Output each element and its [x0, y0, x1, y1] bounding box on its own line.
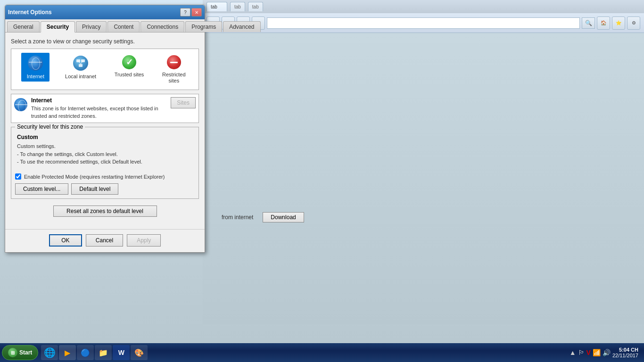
reset-zones-row: Reset all zones to default level: [11, 202, 199, 221]
tab-privacy[interactable]: Privacy: [76, 21, 107, 32]
tab-advanced[interactable]: Advanced: [223, 21, 260, 32]
zone-trusted-sites-label: Trusted sites: [115, 72, 144, 78]
zone-local-intranet-label: Local intranet: [65, 74, 96, 80]
taskbar-apps: 🌐 ▶ 🔵 📁 W 🎨: [41, 345, 148, 360]
zone-trusted-sites[interactable]: ✓ Trusted sites: [112, 53, 147, 80]
clock-date: 22/11/2017: [612, 353, 638, 358]
protected-mode-row: Enable Protected Mode (requires restarti…: [15, 173, 195, 180]
zone-info: Internet This zone is for Internet websi…: [11, 94, 199, 123]
dialog-overlay: Internet Options ? ✕ General Security Pr…: [0, 0, 644, 343]
help-button[interactable]: ?: [180, 8, 190, 16]
apply-button[interactable]: Apply: [127, 234, 161, 247]
windows-orb: ⊞: [8, 348, 17, 357]
taskbar-explorer[interactable]: 📁: [95, 345, 112, 360]
zone-info-desc: This zone is for Internet websites, exce…: [31, 105, 167, 120]
taskbar: ⊞ Start 🌐 ▶ 🔵 📁 W 🎨 ▲ 🏳 V 📶 🔊 5:04 CH 2: [0, 343, 644, 362]
protected-mode-label[interactable]: Enable Protected Mode (requires restarti…: [24, 174, 165, 180]
taskbar-right: ▲ 🏳 V 📶 🔊 5:04 CH 22/11/2017: [570, 347, 642, 358]
custom-desc-1: Custom settings.: [17, 142, 193, 150]
taskbar-media[interactable]: ▶: [59, 345, 76, 360]
ok-button[interactable]: OK: [49, 234, 82, 247]
sites-button[interactable]: Sites: [171, 97, 196, 108]
tray-sound[interactable]: 🔊: [603, 349, 611, 356]
custom-level-button[interactable]: Custom level...: [15, 183, 68, 195]
security-level-legend: Security level for this zone: [15, 123, 85, 130]
tab-programs[interactable]: Programs: [185, 21, 222, 32]
zone-info-icon: [14, 98, 27, 111]
clock-time: 5:04 CH: [619, 347, 638, 353]
custom-title: Custom: [17, 134, 193, 140]
internet-icon: [27, 55, 44, 72]
dialog-body: Select a zone to view or change security…: [5, 33, 205, 229]
zone-restricted-sites[interactable]: — Restrictedsites: [159, 53, 189, 86]
zone-info-text: Internet This zone is for Internet websi…: [31, 97, 167, 120]
tab-connections[interactable]: Connections: [140, 21, 184, 32]
dialog-titlebar: Internet Options ? ✕: [5, 5, 205, 19]
taskbar-ie[interactable]: 🌐: [41, 345, 58, 360]
start-label: Start: [19, 349, 32, 356]
trusted-sites-icon: ✓: [122, 55, 137, 70]
tray-v[interactable]: V: [586, 349, 591, 356]
tab-security[interactable]: Security: [41, 21, 75, 33]
dialog-tabs: General Security Privacy Content Connect…: [5, 19, 205, 33]
taskbar-paint[interactable]: 🎨: [131, 345, 148, 360]
internet-options-dialog: Internet Options ? ✕ General Security Pr…: [5, 5, 205, 253]
taskbar-clock[interactable]: 5:04 CH 22/11/2017: [612, 347, 638, 358]
dialog-title: Internet Options: [8, 9, 52, 16]
tray-arrow[interactable]: ▲: [570, 349, 576, 356]
zone-internet-label: Internet: [27, 74, 44, 80]
local-intranet-icon: [72, 55, 89, 72]
protected-mode-checkbox[interactable]: [15, 173, 21, 180]
cancel-button[interactable]: Cancel: [86, 234, 123, 247]
dialog-controls: ? ✕: [180, 8, 202, 16]
tray-flag[interactable]: 🏳: [578, 349, 585, 356]
zone-restricted-sites-label: Restrictedsites: [162, 72, 186, 84]
tab-content[interactable]: Content: [107, 21, 140, 32]
svg-rect-2: [79, 64, 83, 67]
default-level-button[interactable]: Default level: [71, 183, 118, 195]
custom-desc-3: - To use the recommended settings, click…: [17, 158, 193, 166]
zone-info-name: Internet: [31, 97, 167, 104]
tray-network[interactable]: 📶: [593, 349, 601, 356]
restricted-sites-icon: —: [166, 55, 182, 70]
zone-local-intranet[interactable]: Local intranet: [62, 53, 99, 82]
level-buttons: Custom level... Default level: [15, 183, 195, 195]
tab-general[interactable]: General: [7, 21, 40, 32]
security-level-content: Custom Custom settings. - To change the …: [15, 132, 195, 170]
security-level-group: Security level for this zone Custom Cust…: [11, 127, 199, 199]
security-instruction: Select a zone to view or change security…: [11, 38, 199, 45]
zone-internet[interactable]: Internet: [21, 53, 50, 82]
close-button[interactable]: ✕: [191, 8, 202, 16]
taskbar-chrome[interactable]: 🔵: [77, 345, 94, 360]
start-button[interactable]: ⊞ Start: [2, 345, 38, 360]
custom-desc-2: - To change the settings, click Custom l…: [17, 150, 193, 158]
taskbar-word[interactable]: W: [113, 345, 130, 360]
reset-zones-button[interactable]: Reset all zones to default level: [53, 206, 157, 217]
zone-icons-container: Internet: [11, 49, 199, 90]
dialog-footer: OK Cancel Apply: [5, 229, 205, 252]
